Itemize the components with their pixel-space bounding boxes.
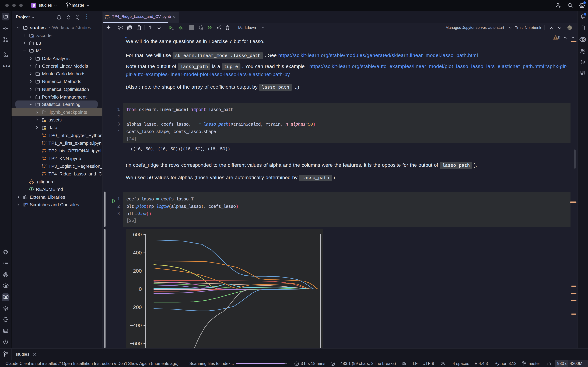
svg-text:400: 400 bbox=[133, 250, 142, 256]
svg-text:−400: −400 bbox=[130, 322, 142, 328]
svg-text:R: R bbox=[5, 295, 8, 300]
svg-text:600: 600 bbox=[133, 232, 142, 237]
svg-text:R: R bbox=[5, 284, 8, 289]
svg-text:−200: −200 bbox=[130, 304, 142, 310]
svg-text:R: R bbox=[581, 37, 585, 43]
svg-text:0: 0 bbox=[139, 286, 142, 292]
svg-text:−600: −600 bbox=[130, 341, 142, 346]
svg-text:200: 200 bbox=[133, 268, 142, 274]
